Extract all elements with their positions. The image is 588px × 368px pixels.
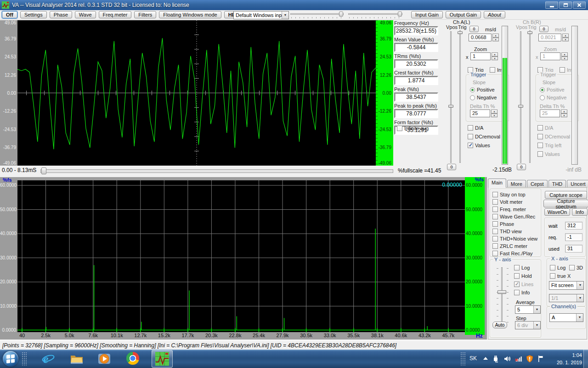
scope-plot[interactable] — [17, 20, 376, 166]
tab-main[interactable]: Main — [488, 178, 506, 188]
spin-down-icon[interactable]: ▼ — [491, 114, 498, 118]
start-button[interactable] — [3, 351, 18, 367]
checkbox-x-log[interactable]: Log — [550, 264, 565, 271]
tray-expand-icon[interactable] — [483, 357, 488, 360]
delta-spinner[interactable]: ▲▼ — [491, 109, 498, 117]
input-device-dropdown[interactable]: Default Windows inp ▼ — [233, 11, 289, 19]
checkbox-wave-gen-rec[interactable]: Wave Gen./Rec — [492, 213, 537, 220]
checkbox-values[interactable]: Values — [537, 150, 570, 158]
slider-thumb[interactable] — [398, 12, 402, 17]
toolbar-button-output-gain[interactable]: Output Gain — [446, 11, 481, 18]
slider-thumb[interactable] — [518, 105, 523, 108]
internet-explorer-icon[interactable]: e — [41, 352, 55, 366]
checkbox-lines[interactable]: Lines — [514, 280, 533, 288]
spin-down-icon[interactable]: ▼ — [492, 57, 498, 61]
counter-value[interactable]: 312 — [565, 222, 582, 230]
channel-dropdown[interactable]: A▼ — [549, 313, 583, 322]
toolbar-button-phase[interactable]: Phase — [50, 11, 72, 18]
tab-more[interactable]: More — [507, 180, 526, 188]
toolbar-button-filters[interactable]: Filters — [134, 11, 156, 18]
checkbox-d-a[interactable]: D/A — [468, 124, 500, 132]
spin-down-icon[interactable]: ▼ — [561, 57, 568, 61]
vpos-slider[interactable] — [448, 31, 454, 163]
checkbox-log[interactable]: Log — [514, 264, 533, 272]
capture-spectrum-button[interactable]: Capture spectrum — [543, 200, 588, 207]
capture-scope-button[interactable]: Capture scope — [545, 191, 587, 199]
show-desktop-button[interactable] — [583, 350, 588, 368]
slider-thumb[interactable] — [458, 31, 463, 34]
toolbar-button-wave[interactable]: Wave — [75, 11, 96, 18]
ms-spinner[interactable]: ▲▼ — [562, 34, 569, 41]
taskbar-va-button[interactable] — [152, 350, 173, 368]
vpos-reset-button[interactable]: 0 — [469, 26, 479, 32]
radio-positive[interactable]: Positive — [470, 87, 495, 92]
trig-reset-button[interactable]: 0 — [517, 164, 526, 170]
trig-slider[interactable] — [458, 30, 463, 163]
delta-th-field[interactable]: 25 — [540, 109, 560, 117]
counter-value[interactable]: -1 — [565, 233, 582, 241]
ms-spinner[interactable]: ▲▼ — [492, 34, 499, 41]
checkbox-dcremoval[interactable]: DCremoval — [468, 133, 500, 140]
checkbox-values[interactable]: Values — [468, 142, 500, 149]
info-button[interactable]: Info — [572, 208, 588, 216]
network-icon[interactable] — [514, 355, 523, 363]
toolbar-button-input-gain[interactable]: Input Gain — [411, 11, 443, 18]
spin-down-icon[interactable]: ▼ — [561, 114, 567, 118]
spin-down-icon[interactable]: ▼ — [492, 38, 499, 42]
checkbox-phase[interactable]: Phase — [492, 220, 537, 228]
checkbox-info[interactable]: Info — [514, 288, 533, 297]
checkbox-hold[interactable]: Hold — [514, 272, 533, 280]
radio-positive[interactable]: Positive — [540, 87, 565, 92]
radio-negative[interactable]: Negative — [470, 95, 497, 100]
ratio-dropdown[interactable]: 1/1▼ — [549, 294, 584, 302]
spectrum-plot[interactable] — [17, 180, 465, 332]
checkbox-dcremoval[interactable]: DCremoval — [537, 133, 570, 140]
delta-th-field[interactable]: 25 — [470, 109, 490, 117]
checkbox-3d[interactable]: 3D — [569, 264, 583, 271]
spin-up-icon[interactable]: ▲ — [561, 109, 567, 114]
zoom-spinner[interactable]: ▲▼ — [492, 52, 498, 60]
checkbox-zrlc-meter[interactable]: ZRLC meter — [492, 242, 537, 250]
slider-thumb[interactable] — [527, 31, 532, 34]
vpos-slider[interactable] — [518, 31, 524, 163]
maximize-button[interactable] — [559, 1, 572, 9]
radio-negative[interactable]: Negative — [540, 95, 566, 100]
spin-down-icon[interactable]: ▼ — [562, 38, 569, 42]
scope-scrollbar[interactable] — [40, 169, 393, 173]
language-indicator[interactable]: SK — [469, 355, 477, 362]
action-center-flag-icon[interactable] — [537, 355, 545, 363]
spin-up-icon[interactable]: ▲ — [562, 34, 569, 38]
ms-per-div-field[interactable]: 0.0668 — [469, 34, 492, 41]
spin-up-icon[interactable]: ▲ — [561, 52, 568, 57]
output-gain-slider[interactable] — [348, 12, 402, 18]
zoom-field[interactable]: 1 — [540, 52, 560, 60]
checkbox-stay-on-top[interactable]: Stay on top — [492, 191, 537, 198]
spin-up-icon[interactable]: ▲ — [492, 34, 499, 38]
media-player-icon[interactable] — [97, 352, 111, 366]
close-button[interactable] — [573, 1, 586, 9]
toolbar-button-off[interactable]: Off — [2, 11, 17, 18]
checkbox-thd-view[interactable]: THD view — [492, 228, 537, 235]
tab-thd[interactable]: THD — [548, 180, 566, 188]
power-plug-icon[interactable] — [492, 355, 500, 363]
checkbox-true-x[interactable]: true X — [550, 273, 571, 279]
auto-button[interactable]: Auto — [492, 322, 507, 328]
y-scale-slider[interactable] — [501, 267, 503, 324]
slider-thumb[interactable] — [448, 105, 453, 108]
checkbox-freq-meter[interactable]: Freq. meter — [492, 206, 537, 213]
checkbox-infinite-avg[interactable]: Infinite avg — [397, 125, 429, 132]
minimize-button[interactable] — [545, 1, 558, 9]
slider-thumb[interactable] — [339, 12, 343, 17]
checkbox-fast-rec-play[interactable]: Fast Rec./Play — [492, 250, 537, 257]
checkbox-thd-noise-view[interactable]: THD+Noise view — [492, 235, 537, 242]
trig-reset-button[interactable]: 0 — [447, 164, 456, 170]
input-gain-slider[interactable] — [290, 12, 344, 18]
average-dropdown[interactable]: 5▼ — [515, 305, 541, 314]
slider-thumb[interactable] — [498, 290, 506, 294]
tab-cepst[interactable]: Cepst — [527, 180, 548, 188]
checkbox-d-a[interactable]: D/A — [537, 124, 570, 132]
ms-per-div-field[interactable]: 0.8021 — [538, 34, 561, 41]
counter-value[interactable]: 31 — [565, 245, 582, 253]
step-dropdown[interactable]: 6 div▼ — [515, 321, 541, 329]
toolbar-button-freq-meter[interactable]: Freq.meter — [99, 11, 132, 18]
